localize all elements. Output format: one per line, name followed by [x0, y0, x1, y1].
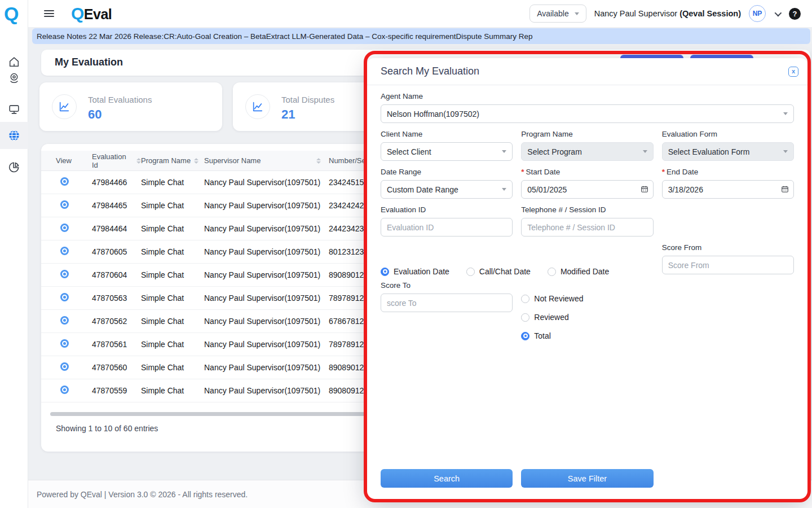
column-view: View	[56, 156, 92, 165]
view-icon[interactable]	[60, 316, 69, 325]
radio-call-chat-date[interactable]: Call/Chat Date	[466, 267, 531, 276]
radio-evaluation-date[interactable]: Evaluation Date	[381, 267, 449, 276]
calendar-icon[interactable]	[641, 185, 648, 195]
view-cell	[56, 293, 92, 303]
client-name-label: Client Name	[381, 130, 513, 138]
chevron-down-icon	[502, 188, 506, 191]
radio-icon	[521, 313, 529, 322]
brand-logo: QEval	[71, 4, 112, 23]
radio-reviewed[interactable]: Reviewed	[521, 313, 653, 322]
pie-chart-icon	[8, 161, 20, 173]
supervisor-name-cell: Nancy Paul Supervisor(1097501)	[204, 386, 329, 395]
program-name-cell: Simple Chat	[141, 224, 204, 233]
radio-total[interactable]: Total	[521, 331, 653, 340]
stat-card-total-evaluations: Total Evaluations 60	[39, 82, 222, 131]
view-icon[interactable]	[60, 386, 69, 394]
review-status-radio-group: Not Reviewed Reviewed Total	[521, 294, 653, 340]
evaluation-id-cell: 47984465	[92, 201, 141, 210]
help-icon[interactable]: ?	[789, 8, 801, 20]
column-supervisor-name[interactable]: Supervisor Name	[204, 156, 329, 165]
supervisor-name-cell: Nancy Paul Supervisor(1097501)	[204, 224, 329, 233]
footer-text: Powered by QEval | Version 3.0 © 2026 - …	[37, 490, 248, 499]
view-cell	[56, 339, 92, 349]
evaluation-id-input[interactable]	[381, 218, 513, 237]
search-button[interactable]: Search	[381, 469, 513, 488]
top-header: QEval Available Nancy Paul Supervisor (Q…	[28, 0, 812, 27]
program-name-cell: Simple Chat	[141, 363, 204, 372]
sort-icon[interactable]	[316, 158, 321, 164]
program-name-cell: Simple Chat	[141, 247, 204, 256]
calendar-icon[interactable]	[781, 185, 789, 195]
radio-modified-date[interactable]: Modified Date	[548, 267, 609, 276]
view-icon[interactable]	[60, 270, 69, 278]
save-filter-button[interactable]: Save Filter	[521, 469, 653, 488]
avatar[interactable]: NP	[749, 5, 766, 22]
date-type-radio-group: Evaluation Date Call/Chat Date Modified …	[381, 267, 654, 281]
evaluation-id-cell: 47870559	[92, 386, 141, 395]
page-title: My Evaluation	[55, 56, 123, 68]
evaluation-form-select[interactable]: Select Evaluation Form	[662, 142, 794, 161]
line-chart-icon	[52, 94, 77, 119]
telephone-session-input[interactable]	[521, 218, 653, 237]
evaluation-id-cell: 47870563	[92, 294, 141, 303]
date-range-select[interactable]: Custom Date Range	[381, 180, 513, 199]
view-icon[interactable]	[60, 247, 69, 255]
view-icon[interactable]	[60, 177, 69, 186]
program-name-cell: Simple Chat	[141, 317, 204, 326]
stat-label: Total Disputes	[281, 95, 334, 104]
sort-icon[interactable]	[194, 158, 198, 164]
radio-not-reviewed[interactable]: Not Reviewed	[521, 294, 653, 303]
program-name-select[interactable]: Select Program	[521, 142, 653, 161]
score-to-label: Score To	[381, 281, 513, 290]
view-icon[interactable]	[60, 200, 69, 209]
sidebar-item-desktop[interactable]	[0, 96, 28, 123]
stat-value: 60	[88, 107, 102, 122]
availability-value: Available	[537, 9, 569, 18]
column-program-name[interactable]: Program Name	[141, 156, 204, 165]
supervisor-name-cell: Nancy Paul Supervisor(1097501)	[204, 178, 329, 187]
agent-name-select[interactable]: Nelson Hoffman(1097502)	[381, 104, 794, 123]
stat-label: Total Evaluations	[88, 95, 152, 104]
pagination-summary: Showing 1 to 10 of 60 entries	[56, 424, 158, 433]
agent-name-label: Agent Name	[381, 92, 794, 100]
availability-dropdown[interactable]: Available	[529, 5, 586, 23]
stat-value: 21	[281, 107, 295, 122]
radio-icon	[521, 295, 529, 303]
menu-toggle-icon[interactable]	[44, 10, 54, 17]
view-cell	[56, 386, 92, 396]
view-icon[interactable]	[60, 293, 69, 301]
view-icon[interactable]	[60, 224, 69, 232]
chevron-down-icon	[783, 112, 788, 115]
supervisor-name-cell: Nancy Paul Supervisor(1097501)	[204, 270, 329, 279]
evaluation-id-cell: 47870604	[92, 270, 141, 279]
radio-icon	[381, 268, 389, 276]
start-date-input[interactable]	[521, 180, 653, 199]
end-date-input[interactable]	[662, 180, 794, 199]
view-cell	[56, 362, 92, 373]
chevron-down-icon[interactable]	[775, 9, 782, 16]
sidebar-item-reports[interactable]	[0, 154, 28, 181]
score-to-input[interactable]	[381, 294, 513, 312]
sidebar-item-agent[interactable]	[0, 64, 28, 91]
sort-icon[interactable]	[136, 158, 141, 164]
modal-header: Search My Evaluation x	[367, 58, 807, 85]
client-name-select[interactable]: Select Client	[381, 142, 513, 161]
close-icon[interactable]: x	[788, 67, 798, 77]
view-icon[interactable]	[60, 339, 69, 348]
modal-title: Search My Evaluation	[381, 65, 479, 77]
release-notes-banner[interactable]: Release Notes 22 Mar 2026 Release:CR:Aut…	[32, 28, 810, 44]
view-icon[interactable]	[60, 362, 69, 371]
radio-icon	[466, 268, 475, 276]
program-name-cell: Simple Chat	[141, 201, 204, 210]
sidebar-item-evaluations[interactable]	[0, 122, 28, 149]
program-name-cell: Simple Chat	[141, 340, 204, 349]
score-from-label: Score From	[662, 243, 794, 252]
modal-body: Agent Name Nelson Hoffman(1097502) Clien…	[367, 85, 807, 499]
score-from-input[interactable]	[662, 256, 794, 274]
supervisor-name-cell: Nancy Paul Supervisor(1097501)	[204, 294, 329, 303]
app-logo: Q	[4, 2, 19, 25]
view-cell	[56, 177, 92, 187]
chevron-down-icon	[575, 12, 579, 15]
start-date-label: *Start Date	[521, 168, 653, 176]
column-evaluation-id[interactable]: Evaluation Id	[92, 152, 141, 169]
